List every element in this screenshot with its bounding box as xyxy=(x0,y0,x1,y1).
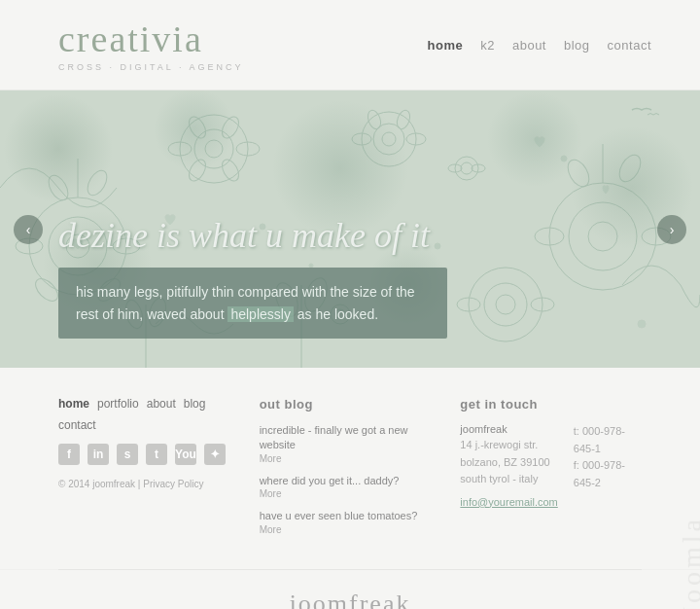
svg-point-46 xyxy=(461,162,472,174)
contact-title: get in touch xyxy=(460,397,642,412)
svg-point-33 xyxy=(219,157,242,184)
contact-email-link[interactable]: info@youremail.com xyxy=(460,496,557,508)
slider-next-button[interactable]: › xyxy=(657,215,686,244)
nav-item-blog[interactable]: blog xyxy=(564,38,590,53)
bottom-brand: joomfreak Powered by freepf xyxy=(0,570,700,609)
nav-item-home[interactable]: home xyxy=(428,38,464,53)
hero-slider: dezine is what u make of it his many leg… xyxy=(0,90,700,368)
copyright: © 2014 joomfreak | Privacy Policy xyxy=(58,479,240,489)
svg-point-53 xyxy=(561,156,567,161)
footer-col-contact: get in touch joomfreak 14 j.-krewogi str… xyxy=(460,397,642,545)
blog-item-title-2: where did you get it... daddy? xyxy=(260,474,441,488)
svg-point-23 xyxy=(366,109,383,131)
contact-phone2: f: 000-978-645-2 xyxy=(574,457,642,491)
svg-point-5 xyxy=(84,167,111,198)
hero-desc-end: as he looked. xyxy=(298,306,378,322)
contact-address: 14 j.-krewogi str. bolzano, BZ 39100 sou… xyxy=(460,437,557,488)
footer-col-blog: out blog incredible - finally we got a n… xyxy=(260,397,441,545)
footer-col-nav: home portfolio about blog contact f in s… xyxy=(58,397,240,545)
footer-nav-about[interactable]: about xyxy=(147,397,176,411)
svg-point-45 xyxy=(455,157,478,180)
slider-prev-button[interactable]: ‹ xyxy=(14,215,43,244)
svg-point-25 xyxy=(180,115,248,183)
footer-nav-home[interactable]: home xyxy=(58,397,89,411)
blog-item-title-1: incredible - finally we got a new websit… xyxy=(260,423,441,453)
contact-name: joomfreak xyxy=(460,423,557,435)
hero-description: his many legs, pitifully thin compared w… xyxy=(58,268,447,339)
hero-title: dezine is what u make of it xyxy=(58,215,642,256)
twitter-icon[interactable]: t xyxy=(146,444,167,465)
hero-content: dezine is what u make of it his many leg… xyxy=(58,215,642,339)
nav-item-contact[interactable]: contact xyxy=(608,38,651,53)
facebook-icon[interactable]: f xyxy=(58,444,80,465)
main-nav: home k2 about blog contact xyxy=(428,38,651,53)
blog-item-1: incredible - finally we got a new websit… xyxy=(260,423,441,464)
social-icons-row: f in s t You ✦ xyxy=(58,444,240,465)
contact-email: info@youremail.com xyxy=(460,492,557,510)
svg-point-32 xyxy=(186,157,209,184)
footer-nav-contact[interactable]: contact xyxy=(58,418,96,432)
privacy-policy-link[interactable]: Privacy Policy xyxy=(143,479,203,489)
logo-area: creativia cross · digital · agency xyxy=(58,18,244,72)
logo-tagline: cross · digital · agency xyxy=(58,62,244,72)
svg-point-30 xyxy=(186,114,209,141)
nav-item-about[interactable]: about xyxy=(512,38,546,53)
blog-more-link-3[interactable]: More xyxy=(260,524,441,535)
svg-point-15 xyxy=(615,152,646,186)
footer-nav-portfolio[interactable]: portfolio xyxy=(97,397,139,411)
svg-point-24 xyxy=(395,109,412,131)
blog-item-2: where did you get it... daddy? More xyxy=(260,474,441,499)
header: creativia cross · digital · agency home … xyxy=(0,0,700,90)
svg-point-18 xyxy=(362,112,416,166)
svg-point-20 xyxy=(382,132,396,146)
svg-point-31 xyxy=(219,114,242,141)
linkedin-icon[interactable]: in xyxy=(88,444,109,465)
skype-icon[interactable]: s xyxy=(117,444,138,465)
blog-more-link-1[interactable]: More xyxy=(260,453,441,464)
footer-nav: home portfolio about blog contact xyxy=(58,397,240,432)
hero-highlight: helplessly xyxy=(228,306,293,322)
contact-phone1: t: 000-978-645-1 xyxy=(574,423,642,457)
footer-columns: home portfolio about blog contact f in s… xyxy=(58,397,642,545)
footer-nav-blog[interactable]: blog xyxy=(184,397,206,411)
blog-item-3: have u ever seen blue tomatoes? More xyxy=(260,509,441,534)
svg-point-27 xyxy=(205,140,223,158)
nav-item-k2[interactable]: k2 xyxy=(480,38,495,53)
youtube-icon[interactable]: You xyxy=(175,444,196,465)
rss-icon[interactable]: ✦ xyxy=(204,444,226,465)
blog-more-link-2[interactable]: More xyxy=(260,488,441,499)
logo-title: creativia xyxy=(58,18,244,60)
svg-point-26 xyxy=(194,129,233,168)
footer-content: home portfolio about blog contact f in s… xyxy=(0,368,700,569)
blog-title: out blog xyxy=(260,397,441,412)
bottom-brand-name: joomfreak xyxy=(0,590,700,609)
blog-item-title-3: have u ever seen blue tomatoes? xyxy=(260,509,441,523)
